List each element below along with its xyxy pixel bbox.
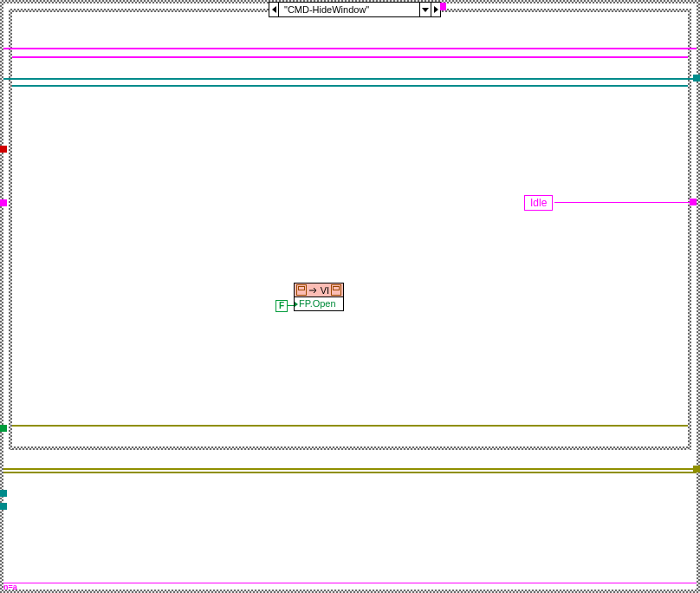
tunnel-left-red — [0, 146, 7, 153]
case-dropdown-button[interactable] — [419, 3, 431, 16]
wire-olive-inner — [12, 425, 688, 427]
vi-ref-icon-out — [331, 284, 341, 296]
wire-magenta-top-2 — [12, 56, 688, 58]
tunnel-left-magenta — [0, 199, 7, 206]
inner-case-border-left — [9, 9, 12, 450]
enum-constant-idle[interactable]: Idle — [524, 195, 553, 211]
tunnel-left-green — [0, 425, 7, 432]
tunnel-right-teal — [693, 75, 700, 81]
selector-type-indicator — [440, 3, 446, 10]
arrow-left-icon — [272, 6, 276, 13]
bottom-left-label: n=a — [3, 583, 17, 591]
invoke-arrow-icon — [308, 286, 319, 295]
tunnel-right-olive — [693, 466, 700, 472]
bool-constant-false[interactable]: F — [275, 300, 288, 312]
wire-olive-outer-1 — [3, 468, 697, 470]
case-selector-value[interactable]: "CMD-HideWindow" — [279, 3, 419, 16]
arrow-right-icon — [434, 6, 438, 13]
wire-bool-to-invoke — [287, 305, 294, 306]
inner-case-border-right — [688, 9, 691, 450]
case-prev-arrow[interactable] — [269, 3, 279, 16]
wire-teal-2 — [12, 85, 688, 87]
tunnel-left-teal-2 — [0, 503, 7, 510]
tunnel-left-teal-1 — [0, 490, 7, 497]
tunnel-right-magenta-idle — [690, 199, 697, 205]
invoke-node-header: VI — [295, 283, 343, 297]
case-selector[interactable]: "CMD-HideWindow" — [269, 2, 441, 17]
invoke-node-method[interactable]: FP.Open — [295, 297, 343, 310]
outer-loop-border-right — [697, 0, 700, 593]
wire-magenta-bottom — [3, 583, 697, 583]
wire-idle-to-tunnel — [554, 202, 693, 203]
wire-teal-1 — [3, 78, 697, 80]
invoke-node-class: VI — [321, 285, 329, 296]
inner-case-border-bottom — [9, 446, 691, 450]
chevron-down-icon — [422, 8, 429, 12]
outer-loop-border-bottom — [0, 590, 700, 593]
case-next-arrow[interactable] — [431, 3, 440, 16]
invoke-node-fp-open[interactable]: VI FP.Open — [294, 283, 344, 311]
wire-olive-outer-2 — [3, 472, 697, 473]
vi-ref-icon — [296, 284, 307, 296]
wire-magenta-top-1 — [3, 48, 697, 49]
